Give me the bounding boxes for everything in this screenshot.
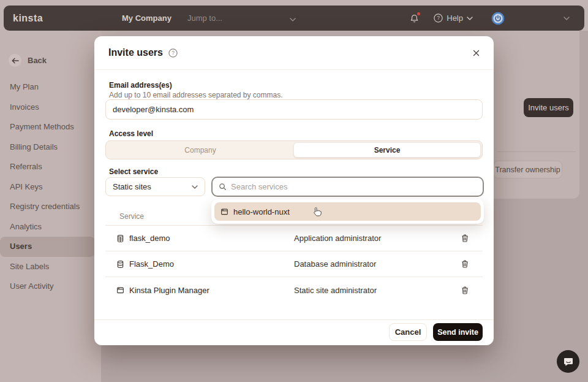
access-level-service-tab[interactable]: Service bbox=[293, 142, 481, 158]
back-arrow-icon bbox=[9, 54, 21, 67]
static-site-icon bbox=[221, 208, 228, 216]
transfer-ownership-button[interactable]: Transfer ownership bbox=[493, 161, 562, 178]
search-icon bbox=[219, 183, 227, 191]
sidebar-item-analytics[interactable]: Analytics bbox=[0, 217, 101, 237]
back-label: Back bbox=[28, 56, 47, 65]
trash-icon[interactable] bbox=[461, 234, 469, 243]
sidebar-item-referrals[interactable]: Referrals bbox=[0, 157, 101, 177]
service-name: Kinsta Plugin Manager bbox=[129, 286, 209, 295]
table-row: Kinsta Plugin ManagerStatic site adminis… bbox=[105, 277, 483, 303]
sidebar-item-invoices[interactable]: Invoices bbox=[0, 97, 101, 118]
email-input[interactable] bbox=[105, 99, 483, 120]
mouse-cursor-icon bbox=[312, 207, 322, 219]
sidebar-item-user-activity[interactable]: User Activity bbox=[0, 277, 101, 297]
chevron-down-icon bbox=[192, 185, 198, 189]
database-icon bbox=[116, 260, 124, 269]
email-label: Email address(es) bbox=[109, 81, 172, 90]
notification-badge bbox=[417, 12, 420, 15]
footer-divider bbox=[94, 319, 494, 320]
page-section-divider bbox=[497, 151, 576, 152]
service-search-field bbox=[211, 177, 484, 197]
notifications-bell-icon[interactable] bbox=[410, 13, 419, 23]
service-search-dropdown: hello-world-nuxt bbox=[211, 199, 484, 224]
account-chevron-down-icon[interactable] bbox=[564, 17, 570, 20]
trash-icon[interactable] bbox=[461, 259, 469, 269]
chevron-down-icon bbox=[467, 17, 473, 20]
help-circle-icon[interactable]: ? bbox=[168, 48, 178, 58]
access-level-company-tab[interactable]: Company bbox=[107, 142, 293, 158]
company-name[interactable]: My Company bbox=[122, 13, 172, 23]
table-header-service: Service bbox=[119, 212, 144, 221]
service-role: Database administrator bbox=[294, 259, 461, 269]
back-button[interactable]: Back bbox=[9, 54, 101, 67]
modal-header: Invite users ? bbox=[94, 36, 494, 70]
static-site-icon bbox=[116, 286, 124, 294]
cancel-button[interactable]: Cancel bbox=[389, 323, 427, 341]
modal-title: Invite users bbox=[108, 47, 163, 58]
invite-users-modal: Invite users ? Email address(es) Add up … bbox=[94, 36, 494, 345]
select-service-label: Select service bbox=[109, 167, 158, 176]
sidebar-item-api-keys[interactable]: API Keys bbox=[0, 177, 101, 197]
table-row: Flask_DemoDatabase administrator bbox=[105, 251, 483, 277]
service-role: Static site administrator bbox=[294, 286, 461, 295]
chevron-down-icon[interactable] bbox=[290, 13, 296, 24]
help-menu[interactable]: ? Help bbox=[434, 13, 473, 23]
service-name: Flask_Demo bbox=[129, 259, 174, 269]
dropdown-option-hello-world-nuxt[interactable]: hello-world-nuxt bbox=[214, 202, 481, 221]
sidebar-item-billing-details[interactable]: Billing Details bbox=[0, 137, 101, 158]
search-services-input[interactable] bbox=[231, 182, 477, 191]
access-level-toggle: Company Service bbox=[105, 140, 483, 159]
top-navbar: kinsta My Company Jump to... ? Help bbox=[4, 6, 584, 31]
service-type-select[interactable]: Static sites bbox=[105, 177, 205, 196]
invite-users-page-button[interactable]: Invite users bbox=[524, 98, 573, 117]
sidebar-item-registry-credentials[interactable]: Registry credentials bbox=[0, 197, 101, 217]
modal-footer: Cancel Send invite bbox=[389, 323, 483, 341]
sidebar-item-my-plan[interactable]: My Plan bbox=[0, 77, 101, 97]
sidebar-nav: My PlanInvoicesPayment MethodsBilling De… bbox=[0, 77, 101, 297]
kinsta-logo: kinsta bbox=[13, 13, 43, 24]
sidebar-item-site-labels[interactable]: Site Labels bbox=[0, 257, 101, 277]
application-icon bbox=[116, 234, 124, 243]
chat-bubble-icon bbox=[563, 356, 574, 367]
access-level-label: Access level bbox=[109, 129, 153, 138]
sidebar: Back My PlanInvoicesPayment MethodsBilli… bbox=[0, 31, 101, 382]
chat-widget-button[interactable] bbox=[557, 350, 579, 373]
help-circle-icon: ? bbox=[434, 13, 443, 23]
jump-to-input[interactable]: Jump to... bbox=[187, 13, 222, 23]
services-table-rows: flask_demoApplication administratorFlask… bbox=[105, 226, 483, 303]
send-invite-button[interactable]: Send invite bbox=[433, 323, 483, 341]
svg-text:?: ? bbox=[172, 50, 175, 56]
service-name: flask_demo bbox=[129, 234, 170, 243]
service-type-value: Static sites bbox=[113, 182, 151, 191]
dropdown-option-label: hello-world-nuxt bbox=[233, 207, 290, 216]
sidebar-item-payment-methods[interactable]: Payment Methods bbox=[0, 117, 101, 137]
user-avatar[interactable] bbox=[491, 12, 505, 25]
service-role: Application administrator bbox=[294, 234, 461, 243]
close-icon[interactable] bbox=[473, 50, 480, 56]
trash-icon[interactable] bbox=[461, 286, 469, 295]
help-label: Help bbox=[447, 13, 463, 23]
email-hint: Add up to 10 email addresses separated b… bbox=[109, 91, 283, 99]
sidebar-item-users[interactable]: Users bbox=[0, 237, 95, 257]
svg-text:?: ? bbox=[437, 15, 440, 21]
table-row: flask_demoApplication administrator bbox=[105, 226, 483, 251]
